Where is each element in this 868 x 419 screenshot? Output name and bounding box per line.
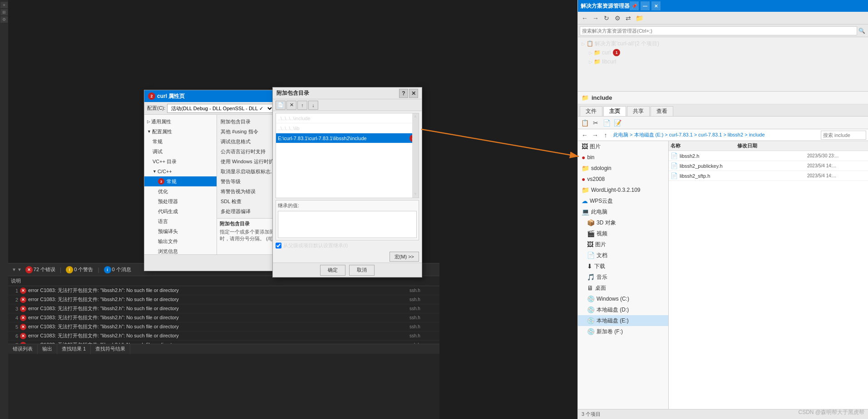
inc-list-item-1[interactable]: ..\..\..\..\lib: [276, 123, 419, 133]
fe-search-input[interactable]: [580, 26, 857, 35]
fe-nav-up[interactable]: ↑: [601, 130, 611, 140]
sidebar-item-1[interactable]: ≡: [0, 2, 8, 8]
arrow-general: ▷: [147, 119, 150, 124]
fe-address-search[interactable]: [821, 131, 866, 140]
inc-ok-btn[interactable]: 确定: [320, 265, 345, 276]
include-help-btn[interactable]: ?: [399, 89, 408, 98]
tree-config[interactable]: ▼ 配置属性: [144, 127, 217, 136]
sidebar-item-2[interactable]: ⊞: [0, 9, 8, 15]
left-item-bin[interactable]: ● bin: [578, 152, 668, 163]
tree-codegen[interactable]: 代码生成: [144, 206, 217, 216]
preprocess-label: 预处理器: [158, 198, 178, 205]
fe-forward-btn[interactable]: →: [591, 13, 601, 23]
left-item-video[interactable]: 🎬 视频: [578, 228, 668, 239]
tree-item-curl[interactable]: ▷ 📁 curl 1: [580, 48, 866, 57]
3d-icon: 📦: [587, 219, 595, 226]
fe-breadcrumb: 此电脑 > 本地磁盘 (E:) > curl-7.83.1 > curl-7.8…: [612, 132, 820, 138]
inc-down-btn[interactable]: ↓: [308, 101, 318, 110]
tree-output[interactable]: 输出文件: [144, 236, 217, 246]
ribbon-btn-4[interactable]: 📝: [612, 118, 622, 128]
sidebar-item-3[interactable]: ⚙: [0, 16, 8, 23]
tree-language[interactable]: 语言: [144, 216, 217, 226]
fe-refresh-btn[interactable]: ↻: [602, 13, 612, 23]
tree-browse[interactable]: 浏览信息: [144, 246, 217, 254]
fe-new-folder-btn[interactable]: 📁: [634, 13, 644, 23]
tree-pch[interactable]: 预编译头: [144, 226, 217, 236]
ribbon-tab-home[interactable]: 主页: [603, 106, 626, 116]
left-item-pics[interactable]: 🖼 图片: [578, 141, 668, 152]
tree-optimize[interactable]: 优化: [144, 186, 217, 196]
inc-list-item-0[interactable]: ..\..\..\..\include: [276, 113, 419, 123]
ribbon-btn-1[interactable]: 📋: [580, 118, 590, 128]
tree-cpp[interactable]: ▼ C/C++: [144, 166, 217, 176]
inc-macro-btn[interactable]: 宏(M) >>: [390, 252, 419, 262]
file-row-0[interactable]: 📄 libssh2.h 2023/5/30 23:...: [669, 151, 868, 161]
tree-debug[interactable]: 调试: [144, 146, 217, 156]
inc-delete-btn[interactable]: ✕: [286, 101, 296, 110]
fe-minimize-btn[interactable]: —: [641, 1, 650, 10]
inc-list-item-2[interactable]: E:\curl-7.83.1\curl-7.83.1\libssh2\inclu…: [276, 133, 419, 143]
tree-general[interactable]: ▷ 通用属性: [144, 117, 217, 127]
ribbon-btn-3[interactable]: 📄: [602, 118, 612, 128]
tab-error-list[interactable]: 错误列表: [8, 344, 38, 354]
left-item-picture[interactable]: 🖼 图片: [578, 239, 668, 250]
ribbon-tab-view[interactable]: 查看: [651, 106, 673, 116]
file-row-1[interactable]: 📄 libssh2_publickey.h 2023/5/4 14:...: [669, 161, 868, 171]
fe-settings-btn[interactable]: ⚙: [612, 13, 622, 23]
config-select[interactable]: 活动(DLL Debug - DLL OpenSSL - DLL ✓: [167, 104, 274, 113]
left-item-downloads[interactable]: ⬇ 下载: [578, 261, 668, 272]
tree-item-libcurl[interactable]: ▷ 📁 libcurl: [580, 57, 866, 66]
tab-output[interactable]: 输出: [38, 344, 57, 354]
left-item-d[interactable]: 💿 本地磁盘 (D:): [578, 304, 668, 315]
ribbon-tab-file[interactable]: 文件: [580, 106, 602, 116]
file-date-2: 2023/5/4 14:...: [807, 173, 866, 178]
inc-footer: 确定 取消: [273, 263, 422, 277]
fe-sync-btn[interactable]: ⇄: [623, 13, 633, 23]
right-item-mp-label: 多处理器编译: [221, 208, 251, 215]
left-item-f[interactable]: 💿 新加卷 (F:): [578, 326, 668, 337]
breadcrumb-text[interactable]: 此电脑 > 本地磁盘 (E:) > curl-7.83.1 > curl-7.8…: [613, 132, 765, 137]
fe-nav-back[interactable]: ←: [580, 130, 590, 140]
left-item-docs[interactable]: 📄 文档: [578, 250, 668, 261]
file-row-2[interactable]: 📄 libssh2_sftp.h 2023/5/4 14:...: [669, 171, 868, 181]
include-close-btn[interactable]: ✕: [409, 89, 418, 98]
fe-close-btn[interactable]: ✕: [651, 1, 661, 10]
tree-vc[interactable]: VC++ 目录: [144, 156, 217, 166]
left-item-windows[interactable]: 💿 Windows (C:): [578, 293, 668, 304]
left-item-vs2008[interactable]: ● vs2008: [578, 174, 668, 185]
left-item-pc[interactable]: 💻 此电脑: [578, 206, 668, 217]
left-item-3d[interactable]: 📦 3D 对象: [578, 217, 668, 228]
left-item-sdologin[interactable]: 📁 sdologin: [578, 163, 668, 174]
left-item-music[interactable]: 🎵 音乐: [578, 272, 668, 283]
error-list-toggle[interactable]: ▼ ▼: [12, 267, 22, 272]
scroll-down-btn[interactable]: ▼: [412, 191, 419, 198]
fe-nav-forward[interactable]: →: [590, 130, 600, 140]
tab-find-results[interactable]: 查找结果 1: [57, 344, 91, 354]
left-item-e[interactable]: 💿 本地磁盘 (E:): [578, 315, 668, 326]
fe-pin-btn[interactable]: 📌: [630, 1, 639, 10]
tree-normal[interactable]: 常规: [144, 136, 217, 146]
error-icon: ✕: [20, 324, 26, 330]
fe-back-btn[interactable]: ←: [580, 13, 590, 23]
left-item-desktop[interactable]: 🖥 桌面: [578, 283, 668, 293]
pc-label: 此电脑: [591, 208, 607, 216]
inc-inherited-section: 继承的值:: [276, 200, 419, 240]
tree-cpp-general[interactable]: 3 常规: [144, 176, 217, 186]
inc-cancel-btn[interactable]: 取消: [349, 265, 375, 276]
ribbon-tab-share[interactable]: 共享: [627, 106, 650, 116]
tab-find-symbol[interactable]: 查找符号结果: [91, 344, 130, 354]
ribbon-btn-2[interactable]: ✂: [591, 118, 601, 128]
inc-checkbox[interactable]: [276, 243, 281, 248]
error-icon-badge: ✕: [25, 266, 33, 273]
inc-add-btn[interactable]: 📄: [276, 101, 286, 110]
inc-scrollbar[interactable]: ▲ ▼: [412, 113, 419, 198]
right-item-nologo-label: 取消显示启动版权标志...: [221, 168, 275, 175]
inc-up-btn[interactable]: ↑: [297, 101, 307, 110]
fe-search-icon[interactable]: 🔍: [857, 26, 866, 35]
scroll-up-btn[interactable]: ▲: [412, 113, 419, 120]
solution-title: 解决方案'curl-all'(2 个项目): [595, 40, 659, 48]
curl-badge: 1: [613, 49, 620, 56]
tree-preprocessor[interactable]: 预处理器: [144, 196, 217, 206]
left-item-wordlight[interactable]: 📁 WordLight-0.3.2.109: [578, 185, 668, 195]
left-item-wps[interactable]: ☁ WPS云盘: [578, 195, 668, 206]
